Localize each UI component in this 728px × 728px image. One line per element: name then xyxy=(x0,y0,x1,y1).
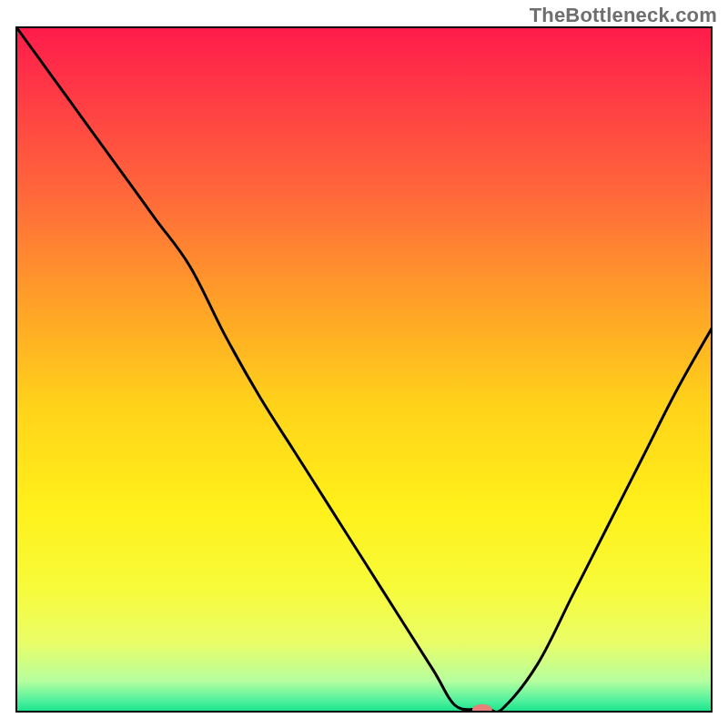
plot-background xyxy=(16,27,712,712)
chart-container: TheBottleneck.com xyxy=(0,0,728,728)
bottleneck-chart xyxy=(0,0,728,728)
optimal-marker xyxy=(472,704,492,715)
watermark-text: TheBottleneck.com xyxy=(530,4,717,27)
